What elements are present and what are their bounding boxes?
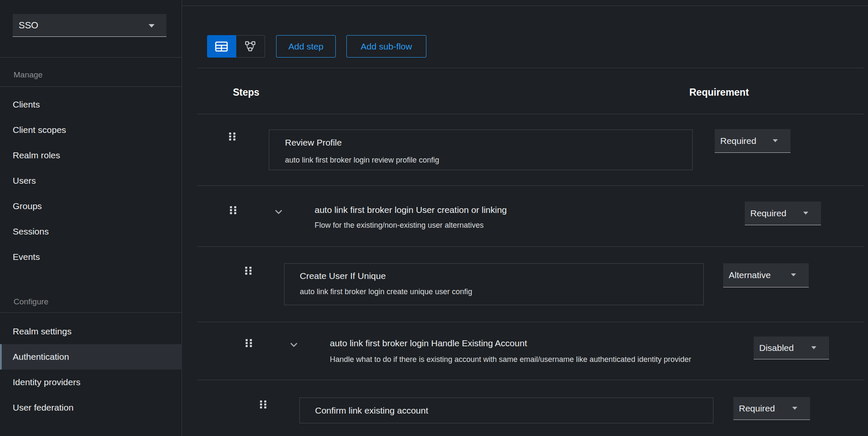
add-subflow-button[interactable]: Add sub-flow <box>346 35 426 58</box>
requirement-select[interactable]: Alternative <box>723 263 809 287</box>
sidebar-item-client-scopes[interactable]: Client scopes <box>0 117 182 143</box>
step-subtitle: auto link first broker login create uniq… <box>300 287 472 296</box>
table-view-toggle[interactable] <box>207 35 236 58</box>
step-title: Create User If Unique <box>300 271 386 281</box>
table-view-icon <box>215 41 228 52</box>
view-toggle-group <box>207 35 265 58</box>
drag-handle[interactable] <box>260 400 268 411</box>
divider <box>197 114 865 114</box>
sidebar-item-users[interactable]: Users <box>0 168 182 193</box>
column-header-steps: Steps <box>233 87 260 98</box>
requirement-value: Required <box>720 136 756 146</box>
requirement-select[interactable]: Required <box>733 397 810 420</box>
sidebar-item-events[interactable]: Events <box>0 244 182 270</box>
drag-handle[interactable] <box>229 132 237 143</box>
grip-vertical-icon <box>260 400 268 409</box>
requirement-value: Disabled <box>759 343 794 353</box>
caret-down-icon <box>773 139 778 142</box>
chevron-down-icon <box>290 343 297 347</box>
sidebar-item-realm-roles[interactable]: Realm roles <box>0 143 182 168</box>
step-card[interactable]: Confirm link existing account <box>299 397 713 423</box>
subflow-subtitle: Handle what to do if there is existing a… <box>330 355 691 364</box>
subflow-subtitle: Flow for the existing/non-existing user … <box>315 221 484 230</box>
requirement-value: Required <box>750 208 786 218</box>
caret-down-icon <box>811 346 816 349</box>
step-subtitle: auto link first broker login review prof… <box>285 156 439 165</box>
caret-down-icon <box>792 407 797 410</box>
grip-vertical-icon <box>229 206 238 215</box>
grip-vertical-icon <box>245 266 253 275</box>
divider <box>197 68 865 68</box>
divider <box>0 86 182 87</box>
sidebar-item-identity-providers[interactable]: Identity providers <box>0 370 182 395</box>
collapse-toggle[interactable] <box>290 341 297 349</box>
caret-down-icon <box>803 212 808 215</box>
divider <box>0 57 182 58</box>
sidebar-nav: SSO Manage Clients Client scopes Realm r… <box>0 0 182 436</box>
grip-vertical-icon <box>245 339 253 348</box>
drag-handle[interactable] <box>229 206 238 216</box>
sidebar-item-clients[interactable]: Clients <box>0 92 182 117</box>
requirement-value: Alternative <box>729 270 771 280</box>
divider <box>182 6 868 6</box>
nav-section-configure: Configure <box>14 289 48 315</box>
requirement-select[interactable]: Required <box>745 201 821 225</box>
add-step-button[interactable]: Add step <box>276 35 336 58</box>
drag-handle[interactable] <box>245 339 253 349</box>
nav-section-manage: Manage <box>14 62 43 88</box>
divider <box>0 312 182 313</box>
sidebar-item-groups[interactable]: Groups <box>0 193 182 219</box>
step-title: Confirm link existing account <box>315 406 428 416</box>
drag-handle[interactable] <box>245 266 253 277</box>
collapse-toggle[interactable] <box>275 208 282 216</box>
chevron-down-icon <box>275 210 282 214</box>
diagram-view-icon <box>244 41 257 52</box>
divider <box>197 246 865 247</box>
sidebar-item-user-federation[interactable]: User federation <box>0 395 182 420</box>
realm-selector[interactable]: SSO <box>13 14 166 37</box>
divider <box>197 380 865 380</box>
sidebar-item-sessions[interactable]: Sessions <box>0 219 182 244</box>
requirement-select[interactable]: Required <box>715 129 791 153</box>
sidebar-item-realm-settings[interactable]: Realm settings <box>0 319 182 344</box>
column-header-requirement: Requirement <box>689 87 749 98</box>
sidebar-item-authentication[interactable]: Authentication <box>0 344 182 370</box>
step-title: Review Profile <box>285 138 342 148</box>
subflow-title: auto link first broker login Handle Exis… <box>330 338 527 348</box>
step-card[interactable]: Review Profile auto link first broker lo… <box>269 130 693 170</box>
app-root: SSO Manage Clients Client scopes Realm r… <box>0 0 868 436</box>
realm-name: SSO <box>19 20 38 31</box>
requirement-select[interactable]: Disabled <box>754 337 829 359</box>
diagram-view-toggle[interactable] <box>236 35 265 58</box>
step-card[interactable]: Create User If Unique auto link first br… <box>284 263 704 305</box>
subflow-title: auto link first broker login User creati… <box>315 205 507 215</box>
grip-vertical-icon <box>229 132 237 141</box>
requirement-value: Required <box>739 403 775 414</box>
caret-down-icon <box>791 273 796 276</box>
divider <box>197 185 865 186</box>
divider <box>197 322 865 322</box>
caret-down-icon <box>149 24 155 28</box>
